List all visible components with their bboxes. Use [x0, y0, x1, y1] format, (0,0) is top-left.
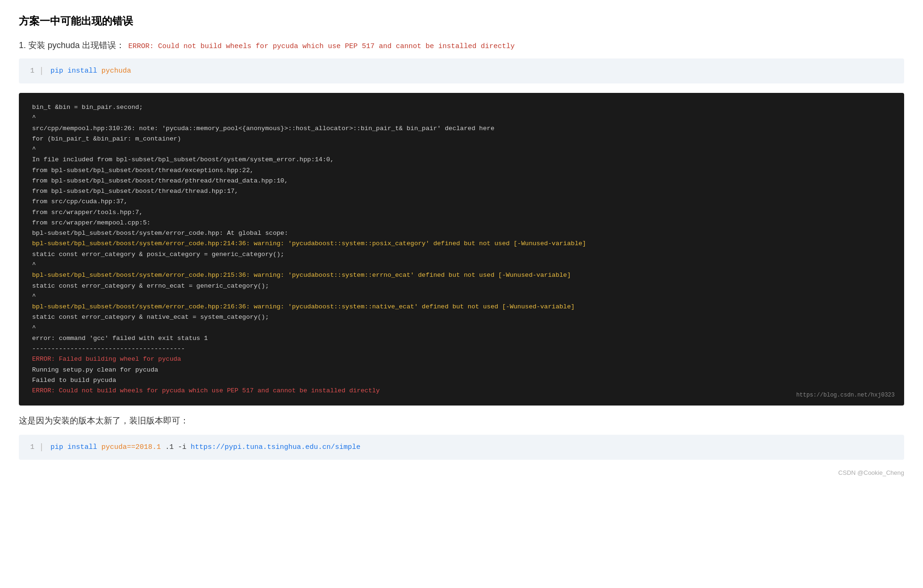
cmd-pkg-1: pychuda: [101, 67, 131, 75]
terminal-line-4: ^: [32, 144, 891, 155]
terminal-line-0: bin_t &bin = bin_pair.second;: [32, 102, 891, 113]
line-number-1: 1: [30, 67, 42, 75]
terminal-line-27: ERROR: Could not build wheels for pycuda…: [32, 386, 891, 396]
footer-label: CSDN @Cookie_Cheng: [19, 469, 904, 476]
terminal-line-2: src/cpp/mempool.hpp:310:26: note: 'pycud…: [32, 124, 891, 134]
terminal-line-3: for (bin_pair_t &bin_pair: m_container): [32, 134, 891, 144]
code-content-1: pip install pychuda: [50, 67, 131, 75]
cmd-action-2: install: [67, 443, 97, 451]
terminal-line-19: bpl-subset/bpl_subset/boost/system/error…: [32, 302, 891, 312]
code-block-1: 1 pip install pychuda: [19, 58, 904, 83]
terminal-block: bin_t &bin = bin_pair.second; ^ src/cpp/…: [19, 93, 904, 406]
section-label: 1. 安装 pychuda 出现错误：: [19, 40, 125, 51]
terminal-line-5: In file included from bpl-subset/bpl_sub…: [32, 155, 891, 165]
page-title: 方案一中可能出现的错误: [19, 14, 904, 28]
code-block-2: 1 pip install pycuda==2018.1 .1 -i https…: [19, 435, 904, 460]
terminal-line-11: from src/wrapper/mempool.cpp:5:: [32, 218, 891, 228]
terminal-line-23: ----------------------------------------: [32, 344, 891, 354]
terminal-line-25: Running setup.py clean for pycuda: [32, 365, 891, 375]
terminal-line-8: from bpl-subset/bpl_subset/boost/thread/…: [32, 186, 891, 197]
cmd-kw-1: pip: [50, 67, 63, 75]
terminal-line-20: static const error_category & native_eca…: [32, 312, 891, 323]
terminal-line-10: from src/wrapper/tools.hpp:7,: [32, 207, 891, 218]
terminal-line-26: Failed to build pycuda: [32, 375, 891, 386]
terminal-line-6: from bpl-subset/bpl_subset/boost/thread/…: [32, 166, 891, 176]
description-text: 这是因为安装的版本太新了，装旧版本即可：: [19, 415, 904, 426]
error-inline-text: ERROR: Could not build wheels for pycuda…: [128, 42, 515, 50]
terminal-line-21: ^: [32, 323, 891, 333]
terminal-line-14: static const error_category & posix_cate…: [32, 249, 891, 260]
terminal-footer-url: https://blog.csdn.net/hxj0323: [796, 391, 895, 400]
line-number-2: 1: [30, 443, 42, 451]
terminal-line-22: error: command 'gcc' failed with exit st…: [32, 333, 891, 344]
cmd-rest-2: .1 -i: [165, 443, 191, 451]
section-heading: 1. 安装 pychuda 出现错误： ERROR: Could not bui…: [19, 40, 904, 51]
terminal-line-13: bpl-subset/bpl_subset/boost/system/error…: [32, 239, 891, 249]
cmd-kw-2: pip: [50, 443, 63, 451]
terminal-line-1: ^: [32, 113, 891, 123]
code-content-2: pip install pycuda==2018.1 .1 -i https:/…: [50, 443, 360, 451]
terminal-line-7: from bpl-subset/bpl_subset/boost/thread/…: [32, 176, 891, 186]
terminal-line-9: from src/cpp/cuda.hpp:37,: [32, 197, 891, 207]
cmd-action-1: install: [67, 67, 97, 75]
terminal-line-12: bpl-subset/bpl_subset/boost/system/error…: [32, 228, 891, 239]
terminal-line-24: ERROR: Failed building wheel for pycuda: [32, 354, 891, 364]
terminal-line-16: bpl-subset/bpl_subset/boost/system/error…: [32, 270, 891, 281]
terminal-line-17: static const error_category & errno_ecat…: [32, 281, 891, 291]
terminal-line-18: ^: [32, 291, 891, 302]
cmd-pkg-2: pycuda==2018.1: [101, 443, 161, 451]
terminal-line-15: ^: [32, 260, 891, 270]
cmd-url-2: https://pypi.tuna.tsinghua.edu.cn/simple: [191, 443, 360, 451]
